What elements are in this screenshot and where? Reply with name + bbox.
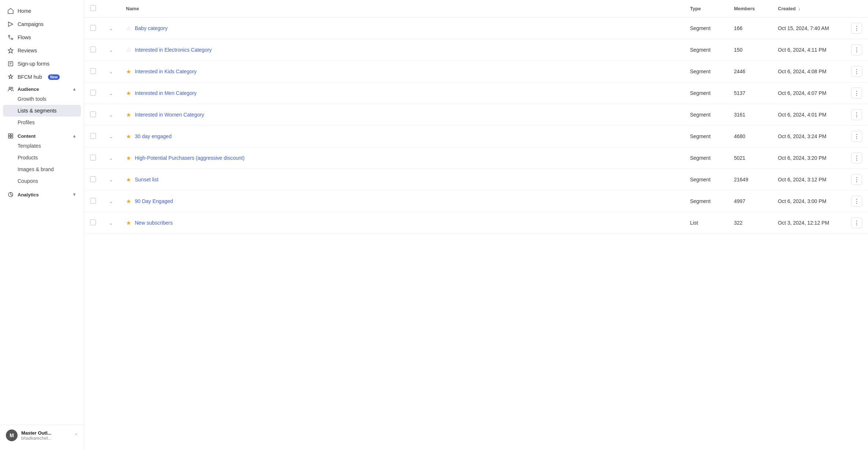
row-more-button[interactable]: ⋮	[851, 217, 862, 228]
sidebar-child-lists-segments[interactable]: Lists & segments	[3, 105, 81, 117]
row-type: Segment	[684, 126, 728, 147]
row-expand-icon[interactable]: ⌄	[108, 25, 114, 32]
row-checkbox[interactable]	[90, 90, 96, 96]
sidebar-section-content[interactable]: Content ▲	[0, 130, 84, 140]
sidebar-item-campaigns[interactable]: Campaigns	[0, 18, 84, 31]
row-expand-icon[interactable]: ⌄	[108, 90, 114, 97]
row-name-link[interactable]: 90 Day Engaged	[135, 198, 173, 204]
row-more-button[interactable]: ⋮	[851, 88, 862, 99]
row-expand-icon[interactable]: ⌄	[108, 220, 114, 226]
name-cell: ☆ Interested in Electronics Category	[126, 47, 678, 54]
sidebar-child-images-brand[interactable]: Images & brand	[0, 163, 84, 175]
row-name-link[interactable]: Interested in Kids Category	[135, 69, 197, 74]
star-icon[interactable]: ☆	[126, 25, 131, 32]
star-icon[interactable]: ★	[126, 90, 131, 97]
table-row: ⌄ ★ Sunset list Segment21649Oct 6, 2024,…	[84, 169, 868, 191]
row-checkbox[interactable]	[90, 25, 96, 31]
row-more-button[interactable]: ⋮	[851, 109, 862, 120]
sidebar-child-templates[interactable]: Templates	[0, 140, 84, 152]
row-more-button[interactable]: ⋮	[851, 174, 862, 185]
row-more-button[interactable]: ⋮	[851, 44, 862, 55]
row-members: 166	[728, 18, 772, 39]
row-checkbox[interactable]	[90, 176, 96, 182]
user-expand-icon: ⌃	[74, 433, 78, 438]
row-expand-icon[interactable]: ⌄	[108, 47, 114, 54]
row-checkbox[interactable]	[90, 68, 96, 74]
star-icon[interactable]: ★	[126, 155, 131, 162]
name-cell: ★ High-Potential Purchasers (aggressive …	[126, 155, 678, 162]
row-expand-icon[interactable]: ⌄	[108, 198, 114, 205]
row-name-link[interactable]: Sunset list	[135, 177, 159, 182]
row-more-button[interactable]: ⋮	[851, 66, 862, 77]
row-type: List	[684, 212, 728, 234]
bfcm-badge: New	[48, 74, 60, 80]
name-cell: ★ New subscribers	[126, 220, 678, 226]
row-more-button[interactable]: ⋮	[851, 131, 862, 142]
segments-table: Name Type Members Created ↓ ⌄	[84, 0, 868, 234]
row-checkbox[interactable]	[90, 198, 96, 204]
svg-rect-9	[8, 134, 10, 136]
bfcm-icon	[7, 74, 14, 80]
sidebar-item-bfcm[interactable]: BFCM hub New	[0, 70, 84, 84]
expand-header	[102, 0, 120, 18]
row-checkbox[interactable]	[90, 220, 96, 225]
row-members: 322	[728, 212, 772, 234]
row-expand-icon[interactable]: ⌄	[108, 155, 114, 162]
star-icon[interactable]: ★	[126, 220, 131, 226]
star-icon[interactable]: ☆	[126, 47, 131, 54]
row-expand-icon[interactable]: ⌄	[108, 177, 114, 183]
sidebar-item-flows[interactable]: Flows	[0, 31, 84, 44]
row-expand-icon[interactable]: ⌄	[108, 112, 114, 118]
select-all-header[interactable]	[84, 0, 102, 18]
user-info: Master Outl... bhadkarechet...	[21, 430, 71, 441]
forms-icon	[7, 60, 14, 67]
star-icon[interactable]: ★	[126, 198, 131, 205]
row-created: Oct 6, 2024, 3:00 PM	[772, 191, 845, 212]
star-icon[interactable]: ★	[126, 176, 131, 183]
sidebar-child-products[interactable]: Products	[0, 152, 84, 163]
row-name-link[interactable]: Baby category	[135, 25, 168, 31]
row-name-link[interactable]: 30 day engaged	[135, 133, 171, 139]
flows-icon	[7, 34, 14, 41]
audience-section-label: Audience	[18, 86, 39, 92]
star-icon[interactable]: ★	[126, 68, 131, 75]
created-header[interactable]: Created ↓	[772, 0, 845, 18]
row-type: Segment	[684, 61, 728, 82]
star-icon[interactable]: ★	[126, 111, 131, 118]
row-name-link[interactable]: New subscribers	[135, 220, 173, 226]
sidebar-section-analytics[interactable]: Analytics ▼	[0, 189, 84, 199]
row-checkbox[interactable]	[90, 133, 96, 139]
row-checkbox[interactable]	[90, 47, 96, 52]
avatar: M	[6, 429, 18, 441]
name-cell: ★ Sunset list	[126, 176, 678, 183]
row-expand-icon[interactable]: ⌄	[108, 133, 114, 140]
row-created: Oct 3, 2024, 12:12 PM	[772, 212, 845, 234]
sidebar-item-reviews[interactable]: Reviews	[0, 44, 84, 57]
sidebar-child-coupons[interactable]: Coupons	[0, 175, 84, 187]
sidebar: Home Campaigns Flows Reviews	[0, 0, 84, 450]
svg-rect-11	[8, 136, 10, 138]
sidebar-item-home[interactable]: Home	[0, 4, 84, 18]
row-checkbox[interactable]	[90, 111, 96, 117]
row-more-button[interactable]: ⋮	[851, 196, 862, 207]
row-expand-icon[interactable]: ⌄	[108, 69, 114, 75]
row-checkbox[interactable]	[90, 155, 96, 161]
sidebar-child-growth-tools[interactable]: Growth tools	[0, 93, 84, 105]
row-more-button[interactable]: ⋮	[851, 23, 862, 34]
name-cell: ☆ Baby category	[126, 25, 678, 32]
row-name-link[interactable]: Interested in Women Category	[135, 112, 204, 118]
row-created: Oct 6, 2024, 4:11 PM	[772, 39, 845, 61]
sidebar-child-profiles[interactable]: Profiles	[0, 117, 84, 128]
sidebar-user[interactable]: M Master Outl... bhadkarechet... ⌃	[0, 425, 84, 446]
select-all-checkbox[interactable]	[90, 5, 96, 11]
svg-point-7	[9, 87, 11, 89]
row-name-link[interactable]: Interested in Electronics Category	[135, 47, 212, 53]
row-more-button[interactable]: ⋮	[851, 152, 862, 163]
row-name-link[interactable]: High-Potential Purchasers (aggressive di…	[135, 155, 245, 161]
reviews-icon	[7, 47, 14, 54]
name-cell: ★ Interested in Kids Category	[126, 68, 678, 75]
star-icon[interactable]: ★	[126, 133, 131, 140]
row-name-link[interactable]: Interested in Men Category	[135, 90, 197, 96]
sidebar-item-signup-forms[interactable]: Sign-up forms	[0, 57, 84, 70]
sidebar-section-audience[interactable]: Audience ▲	[0, 84, 84, 93]
